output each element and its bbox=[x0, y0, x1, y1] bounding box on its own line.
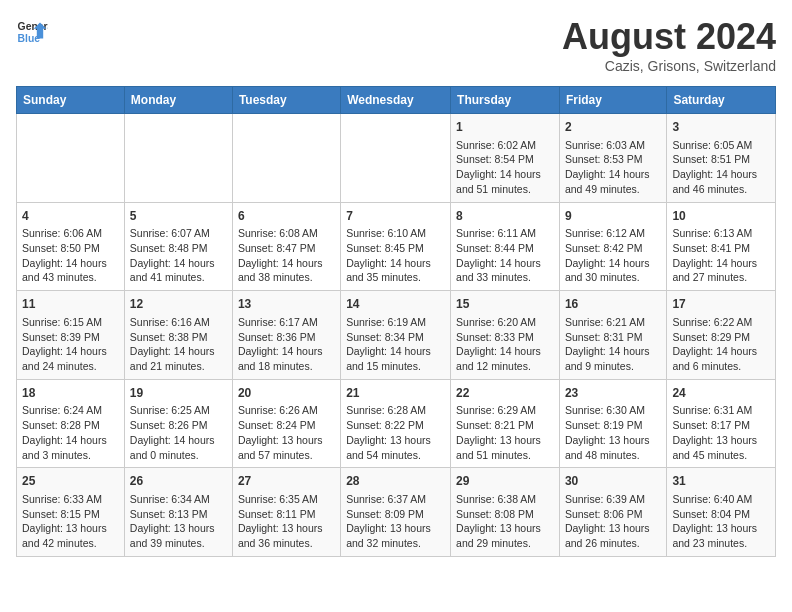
day-info: Sunset: 8:13 PM bbox=[130, 507, 227, 522]
day-info: Sunset: 8:06 PM bbox=[565, 507, 661, 522]
day-info: Daylight: 13 hours and 23 minutes. bbox=[672, 521, 770, 550]
day-number: 19 bbox=[130, 385, 227, 402]
day-info: Sunset: 8:33 PM bbox=[456, 330, 554, 345]
day-info: Daylight: 14 hours and 35 minutes. bbox=[346, 256, 445, 285]
day-info: Sunrise: 6:35 AM bbox=[238, 492, 335, 507]
day-number: 21 bbox=[346, 385, 445, 402]
day-info: Sunset: 8:15 PM bbox=[22, 507, 119, 522]
day-info: Sunrise: 6:02 AM bbox=[456, 138, 554, 153]
day-info: Sunset: 8:54 PM bbox=[456, 152, 554, 167]
calendar-cell: 6Sunrise: 6:08 AMSunset: 8:47 PMDaylight… bbox=[232, 202, 340, 291]
day-number: 12 bbox=[130, 296, 227, 313]
calendar-cell bbox=[17, 114, 125, 203]
day-info: Daylight: 13 hours and 45 minutes. bbox=[672, 433, 770, 462]
day-info: Sunset: 8:36 PM bbox=[238, 330, 335, 345]
day-info: Sunrise: 6:10 AM bbox=[346, 226, 445, 241]
day-info: Sunrise: 6:29 AM bbox=[456, 403, 554, 418]
day-number: 17 bbox=[672, 296, 770, 313]
day-number: 30 bbox=[565, 473, 661, 490]
day-info: Sunset: 8:11 PM bbox=[238, 507, 335, 522]
day-info: Daylight: 14 hours and 18 minutes. bbox=[238, 344, 335, 373]
day-info: Sunset: 8:53 PM bbox=[565, 152, 661, 167]
calendar-cell: 22Sunrise: 6:29 AMSunset: 8:21 PMDayligh… bbox=[451, 379, 560, 468]
day-number: 24 bbox=[672, 385, 770, 402]
day-number: 26 bbox=[130, 473, 227, 490]
day-info: Sunset: 8:51 PM bbox=[672, 152, 770, 167]
day-info: Sunset: 8:26 PM bbox=[130, 418, 227, 433]
day-number: 6 bbox=[238, 208, 335, 225]
calendar-cell: 23Sunrise: 6:30 AMSunset: 8:19 PMDayligh… bbox=[559, 379, 666, 468]
day-info: Daylight: 13 hours and 26 minutes. bbox=[565, 521, 661, 550]
day-info: Sunset: 8:24 PM bbox=[238, 418, 335, 433]
day-info: Daylight: 13 hours and 29 minutes. bbox=[456, 521, 554, 550]
day-info: Sunrise: 6:24 AM bbox=[22, 403, 119, 418]
calendar-cell: 15Sunrise: 6:20 AMSunset: 8:33 PMDayligh… bbox=[451, 291, 560, 380]
day-number: 7 bbox=[346, 208, 445, 225]
calendar-week-row: 18Sunrise: 6:24 AMSunset: 8:28 PMDayligh… bbox=[17, 379, 776, 468]
day-info: Sunset: 8:19 PM bbox=[565, 418, 661, 433]
day-number: 20 bbox=[238, 385, 335, 402]
day-info: Daylight: 14 hours and 0 minutes. bbox=[130, 433, 227, 462]
day-info: Sunset: 8:44 PM bbox=[456, 241, 554, 256]
day-info: Sunrise: 6:22 AM bbox=[672, 315, 770, 330]
day-info: Sunset: 8:31 PM bbox=[565, 330, 661, 345]
day-info: Sunrise: 6:15 AM bbox=[22, 315, 119, 330]
calendar-cell: 19Sunrise: 6:25 AMSunset: 8:26 PMDayligh… bbox=[124, 379, 232, 468]
day-info: Daylight: 13 hours and 57 minutes. bbox=[238, 433, 335, 462]
calendar-header: SundayMondayTuesdayWednesdayThursdayFrid… bbox=[17, 87, 776, 114]
day-info: Sunrise: 6:20 AM bbox=[456, 315, 554, 330]
day-number: 15 bbox=[456, 296, 554, 313]
day-info: Sunset: 8:09 PM bbox=[346, 507, 445, 522]
calendar-cell: 21Sunrise: 6:28 AMSunset: 8:22 PMDayligh… bbox=[341, 379, 451, 468]
day-info: Sunrise: 6:03 AM bbox=[565, 138, 661, 153]
day-number: 11 bbox=[22, 296, 119, 313]
calendar-body: 1Sunrise: 6:02 AMSunset: 8:54 PMDaylight… bbox=[17, 114, 776, 557]
day-info: Sunrise: 6:07 AM bbox=[130, 226, 227, 241]
logo-icon: General Blue bbox=[16, 16, 48, 48]
title-block: August 2024 Cazis, Grisons, Switzerland bbox=[562, 16, 776, 74]
calendar-week-row: 1Sunrise: 6:02 AMSunset: 8:54 PMDaylight… bbox=[17, 114, 776, 203]
day-info: Daylight: 14 hours and 27 minutes. bbox=[672, 256, 770, 285]
calendar-cell: 28Sunrise: 6:37 AMSunset: 8:09 PMDayligh… bbox=[341, 468, 451, 557]
day-number: 2 bbox=[565, 119, 661, 136]
day-info: Sunrise: 6:13 AM bbox=[672, 226, 770, 241]
day-info: Sunrise: 6:11 AM bbox=[456, 226, 554, 241]
day-info: Sunrise: 6:31 AM bbox=[672, 403, 770, 418]
day-info: Sunrise: 6:08 AM bbox=[238, 226, 335, 241]
day-info: Sunrise: 6:06 AM bbox=[22, 226, 119, 241]
day-info: Daylight: 14 hours and 33 minutes. bbox=[456, 256, 554, 285]
day-info: Daylight: 13 hours and 32 minutes. bbox=[346, 521, 445, 550]
day-number: 16 bbox=[565, 296, 661, 313]
day-number: 13 bbox=[238, 296, 335, 313]
day-info: Sunset: 8:47 PM bbox=[238, 241, 335, 256]
day-info: Sunset: 8:08 PM bbox=[456, 507, 554, 522]
day-info: Sunset: 8:38 PM bbox=[130, 330, 227, 345]
day-number: 27 bbox=[238, 473, 335, 490]
day-number: 4 bbox=[22, 208, 119, 225]
header-day: Friday bbox=[559, 87, 666, 114]
day-number: 14 bbox=[346, 296, 445, 313]
day-info: Sunset: 8:28 PM bbox=[22, 418, 119, 433]
header-day: Thursday bbox=[451, 87, 560, 114]
day-number: 23 bbox=[565, 385, 661, 402]
day-info: Daylight: 14 hours and 49 minutes. bbox=[565, 167, 661, 196]
day-number: 5 bbox=[130, 208, 227, 225]
calendar-cell: 14Sunrise: 6:19 AMSunset: 8:34 PMDayligh… bbox=[341, 291, 451, 380]
day-info: Sunrise: 6:17 AM bbox=[238, 315, 335, 330]
day-info: Sunrise: 6:12 AM bbox=[565, 226, 661, 241]
day-info: Daylight: 14 hours and 9 minutes. bbox=[565, 344, 661, 373]
day-number: 3 bbox=[672, 119, 770, 136]
day-info: Sunset: 8:48 PM bbox=[130, 241, 227, 256]
page-header: General Blue August 2024 Cazis, Grisons,… bbox=[16, 16, 776, 74]
day-info: Sunset: 8:41 PM bbox=[672, 241, 770, 256]
day-info: Daylight: 13 hours and 36 minutes. bbox=[238, 521, 335, 550]
calendar-cell bbox=[232, 114, 340, 203]
day-info: Sunrise: 6:21 AM bbox=[565, 315, 661, 330]
calendar-cell: 12Sunrise: 6:16 AMSunset: 8:38 PMDayligh… bbox=[124, 291, 232, 380]
calendar-cell: 10Sunrise: 6:13 AMSunset: 8:41 PMDayligh… bbox=[667, 202, 776, 291]
header-day: Monday bbox=[124, 87, 232, 114]
day-info: Sunrise: 6:38 AM bbox=[456, 492, 554, 507]
day-number: 25 bbox=[22, 473, 119, 490]
header-day: Tuesday bbox=[232, 87, 340, 114]
calendar-cell: 27Sunrise: 6:35 AMSunset: 8:11 PMDayligh… bbox=[232, 468, 340, 557]
